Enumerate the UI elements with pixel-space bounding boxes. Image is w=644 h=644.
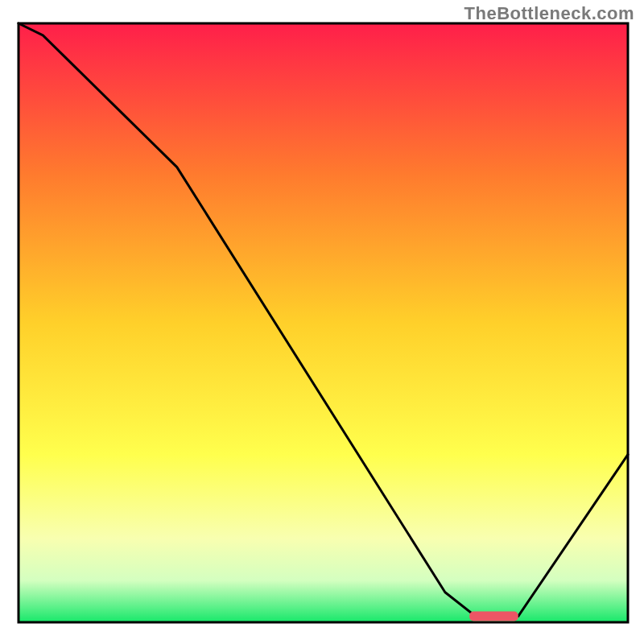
plot-background xyxy=(19,23,628,622)
chart-canvas xyxy=(0,0,644,644)
watermark-text: TheBottleneck.com xyxy=(464,3,634,24)
chart-container: TheBottleneck.com xyxy=(0,0,644,644)
optimal-point-marker xyxy=(469,612,518,621)
